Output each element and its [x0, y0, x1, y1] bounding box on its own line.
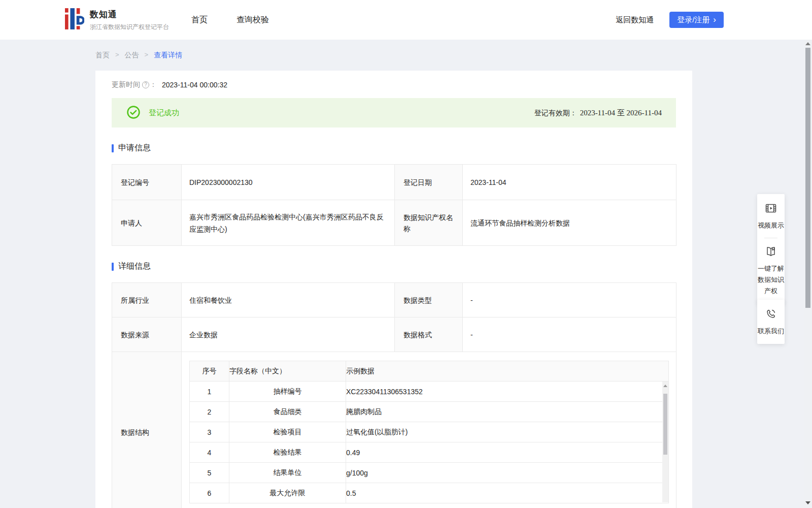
book-icon: [758, 245, 784, 260]
applicant-label: 申请人: [112, 200, 182, 246]
update-time-value: 2023-11-04 00:00:32: [162, 81, 227, 89]
detail-info-table: 所属行业 住宿和餐饮业 数据类型 - 数据来源 企业数据 数据格式 - 数据结构…: [112, 282, 676, 508]
video-demo-item[interactable]: 视频展示: [758, 202, 784, 231]
row-field: 检验项目: [229, 422, 346, 442]
nav-item-home[interactable]: 首页: [191, 15, 208, 25]
brand-subtitle: 浙江省数据知识产权登记平台: [90, 23, 169, 31]
scrollbar-thumb[interactable]: [663, 394, 667, 455]
structure-row: 6 最大允许限 0.5: [190, 483, 669, 503]
video-demo-label: 视频展示: [758, 220, 784, 231]
row-index: 5: [190, 463, 229, 483]
structure-label: 数据结构: [112, 352, 182, 508]
table-row: 申请人 嘉兴市秀洲区食品药品检验检测中心(嘉兴市秀洲区药品不良反应监测中心) 数…: [112, 200, 676, 246]
one-click-guide-item[interactable]: 一键了解数据知识产权: [758, 245, 784, 297]
row-example: 过氧化值(以脂肪计): [346, 422, 669, 442]
scrollbar-up-icon[interactable]: [805, 42, 810, 45]
status-text: 登记成功: [149, 108, 179, 118]
structure-table: 序号 字段名称（中文） 示例数据 1 抽样编号 XC22330411306531…: [189, 361, 669, 503]
row-example: g/100g: [346, 463, 669, 483]
update-time-colon: ：: [150, 80, 157, 89]
structure-row: 4 检验结果 0.49: [190, 442, 669, 463]
breadcrumb-home[interactable]: 首页: [95, 51, 110, 60]
dip-name-value: 流通环节食品抽样检测分析数据: [463, 200, 676, 246]
section-bar-icon: [112, 144, 114, 152]
detail-section-title-text: 详细信息: [118, 261, 151, 272]
scroll-up-icon[interactable]: [663, 385, 667, 387]
row-index: 6: [190, 483, 229, 503]
help-icon[interactable]: ?: [142, 81, 149, 88]
industry-label: 所属行业: [112, 283, 182, 318]
page-scrollbar-thumb[interactable]: [805, 48, 810, 308]
nav-item-query-verify[interactable]: 查询校验: [236, 15, 269, 25]
table-row: 数据来源 企业数据 数据格式 -: [112, 318, 676, 352]
structure-row: 5 结果单位 g/100g: [190, 463, 669, 483]
structure-table-scrollbar[interactable]: [662, 382, 668, 502]
reg-date-value: 2023-11-04: [463, 165, 676, 200]
apply-section-title: 申请信息: [112, 143, 676, 153]
breadcrumb-separator: >: [115, 51, 119, 60]
check-circle-icon: [127, 106, 140, 120]
row-example: XC22330411306531352: [346, 382, 669, 402]
brand-logo-icon: [65, 8, 84, 32]
dip-name-label: 数据知识产权名称: [395, 200, 463, 246]
industry-value: 住宿和餐饮业: [182, 283, 395, 318]
breadcrumb: 首页 > 公告 > 查看详情: [95, 51, 182, 60]
data-format-label: 数据格式: [395, 318, 463, 352]
update-time-label: 更新时间: [112, 80, 140, 89]
detail-card: 更新时间 ? ： 2023-11-04 00:00:32 登记成功 登记有效期：…: [95, 71, 692, 508]
data-type-value: -: [463, 283, 676, 318]
brand[interactable]: 数知通 浙江省数据知识产权登记平台: [65, 8, 169, 32]
data-source-label: 数据来源: [112, 318, 182, 352]
top-header: 数知通 浙江省数据知识产权登记平台 首页 查询校验 返回数知通 登录/注册 ›: [0, 0, 812, 40]
page-scrollbar[interactable]: [804, 40, 812, 508]
col-header-field: 字段名称（中文）: [229, 361, 346, 382]
table-row: 数据结构 序号 字段名称（中文） 示例数据: [112, 352, 676, 508]
registration-status-banner: 登记成功 登记有效期： 2023-11-04 至 2026-11-04: [112, 98, 676, 128]
validity-value: 2023-11-04 至 2026-11-04: [580, 108, 662, 118]
apply-info-table: 登记编号 DIP2023000002130 登记日期 2023-11-04 申请…: [112, 164, 676, 246]
detail-section-title: 详细信息: [112, 261, 676, 272]
row-field: 检验结果: [229, 442, 346, 463]
table-row: 登记编号 DIP2023000002130 登记日期 2023-11-04: [112, 165, 676, 200]
data-format-value: -: [463, 318, 676, 352]
applicant-value: 嘉兴市秀洲区食品药品检验检测中心(嘉兴市秀洲区药品不良反应监测中心): [182, 200, 395, 246]
one-click-guide-label: 一键了解数据知识产权: [758, 263, 784, 297]
row-field: 食品细类: [229, 402, 346, 422]
main-nav: 首页 查询校验: [191, 15, 269, 25]
login-register-label: 登录/注册: [677, 15, 709, 25]
chevron-right-icon: ›: [713, 15, 716, 24]
structure-row: 2 食品细类 腌腊肉制品: [190, 402, 669, 422]
row-index: 4: [190, 442, 229, 463]
breadcrumb-announcements[interactable]: 公告: [125, 51, 139, 60]
data-type-label: 数据类型: [395, 283, 463, 318]
contact-us-label: 联系我们: [758, 326, 784, 337]
row-example: 0.5: [346, 483, 669, 503]
update-time-row: 更新时间 ? ： 2023-11-04 00:00:32: [112, 80, 676, 90]
reg-no-label: 登记编号: [112, 165, 182, 200]
breadcrumb-current: 查看详情: [154, 51, 182, 60]
back-to-shuzhitong-link[interactable]: 返回数知通: [616, 15, 654, 25]
video-icon: [758, 202, 784, 216]
row-example: 腌腊肉制品: [346, 402, 669, 422]
row-index: 1: [190, 382, 229, 402]
apply-section-title-text: 申请信息: [118, 143, 151, 153]
scrollbar-down-icon[interactable]: [805, 501, 810, 504]
phone-icon: [758, 308, 784, 322]
structure-row: 1 抽样编号 XC22330411306531352: [190, 382, 669, 402]
row-field: 结果单位: [229, 463, 346, 483]
floating-panel-contact[interactable]: 联系我们: [757, 300, 785, 344]
login-register-button[interactable]: 登录/注册 ›: [669, 12, 724, 28]
structure-header-row: 序号 字段名称（中文） 示例数据: [190, 361, 669, 382]
reg-date-label: 登记日期: [395, 165, 463, 200]
structure-cell: 序号 字段名称（中文） 示例数据 1 抽样编号 XC22330411306531…: [182, 352, 676, 508]
row-example: 0.49: [346, 442, 669, 463]
section-bar-icon: [112, 263, 114, 271]
breadcrumb-separator: >: [145, 51, 149, 60]
row-field: 最大允许限: [229, 483, 346, 503]
row-field: 抽样编号: [229, 382, 346, 402]
col-header-index: 序号: [190, 361, 229, 382]
panel-divider: [764, 238, 777, 238]
reg-no-value: DIP2023000002130: [182, 165, 395, 200]
floating-panel-top: 视频展示 一键了解数据知识产权: [757, 194, 785, 304]
col-header-example: 示例数据: [346, 361, 669, 382]
